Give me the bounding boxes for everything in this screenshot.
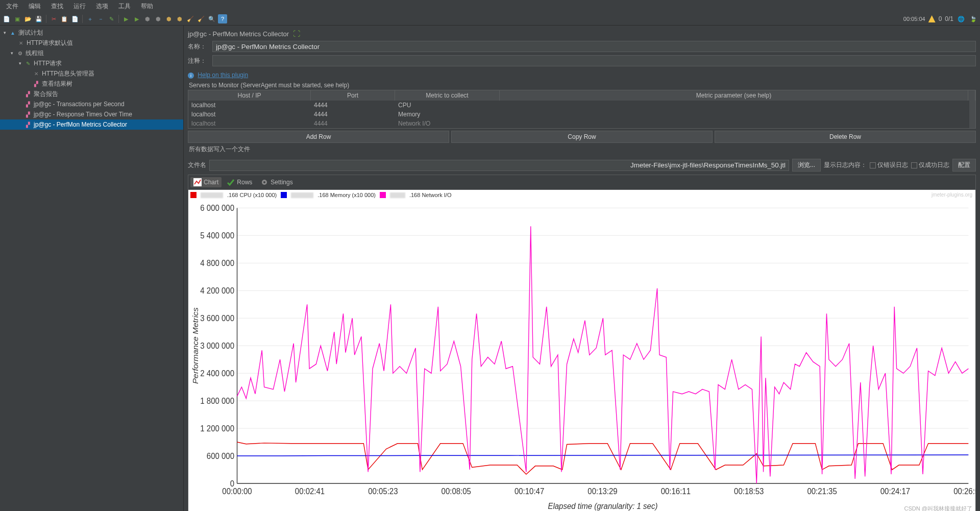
run-status-icon: 🍃 bbox=[969, 14, 978, 23]
globe-icon[interactable]: 🌐 bbox=[957, 14, 966, 23]
function-helper-icon[interactable]: 🔍 bbox=[207, 14, 216, 23]
filename-label: 文件名 bbox=[188, 161, 206, 169]
writefile-label: 所有数据写入一个文件 bbox=[189, 145, 976, 154]
name-label: 名称： bbox=[188, 42, 208, 51]
svg-text:00:02:41: 00:02:41 bbox=[295, 486, 325, 496]
table-row[interactable]: localhost 4444 Memory bbox=[188, 110, 975, 119]
delete-row-button[interactable]: Delete Row bbox=[715, 131, 976, 143]
col-metric[interactable]: Metric to collect bbox=[395, 90, 500, 101]
tab-settings[interactable]: Settings bbox=[257, 177, 296, 187]
tree-label: jp@gc - PerfMon Metrics Collector bbox=[34, 121, 127, 128]
collapse-icon[interactable]: ▾ bbox=[2, 30, 7, 35]
menu-file[interactable]: 文件 bbox=[3, 1, 21, 12]
tree-tps[interactable]: ▞ jp@gc - Transactions per Second bbox=[0, 99, 183, 109]
clear-all-icon[interactable]: 🧹 bbox=[197, 14, 206, 23]
results-icon: ▞ bbox=[33, 80, 40, 87]
tab-rows[interactable]: Rows bbox=[224, 177, 255, 187]
paste-icon[interactable]: 📄 bbox=[70, 14, 80, 23]
comment-label: 注释： bbox=[188, 57, 208, 65]
svg-text:600 000: 600 000 bbox=[207, 451, 235, 460]
start-no-timers-icon[interactable]: ▶ bbox=[132, 14, 141, 23]
tree-header-manager[interactable]: ✕ HTTP信息头管理器 bbox=[0, 68, 183, 79]
legend-swatch bbox=[380, 192, 386, 198]
svg-text:00:16:11: 00:16:11 bbox=[661, 486, 691, 496]
menu-search[interactable]: 查找 bbox=[48, 1, 66, 12]
errors-only-checkbox[interactable]: 仅错误日志 bbox=[870, 161, 908, 169]
tree-thread-group[interactable]: ▾ ⚙ 线程组 bbox=[0, 48, 183, 58]
clear-icon[interactable]: 🧹 bbox=[186, 14, 195, 23]
tree-root[interactable]: ▾ ▲ 测试计划 bbox=[0, 28, 183, 38]
browse-button[interactable]: 浏览... bbox=[792, 159, 821, 172]
save-icon[interactable]: 💾 bbox=[34, 14, 43, 23]
svg-text:00:10:47: 00:10:47 bbox=[514, 486, 544, 496]
svg-text:00:24:17: 00:24:17 bbox=[880, 486, 910, 496]
tree-label: HTTP信息头管理器 bbox=[42, 69, 94, 78]
success-only-checkbox[interactable]: 仅成功日志 bbox=[911, 161, 949, 169]
copy-icon[interactable]: 📋 bbox=[60, 14, 69, 23]
separator bbox=[82, 15, 83, 23]
name-input[interactable] bbox=[212, 41, 976, 52]
add-icon[interactable]: ＋ bbox=[85, 14, 94, 23]
help-link[interactable]: Help on this plugin bbox=[198, 71, 248, 79]
menu-tools[interactable]: 工具 bbox=[115, 1, 134, 12]
test-plan-tree[interactable]: ▾ ▲ 测试计划 ✕ HTTP请求默认值 ▾ ⚙ 线程组 ▾ ✎ HTTP请求 … bbox=[0, 26, 184, 511]
expand-icon[interactable]: ⛶ bbox=[293, 30, 300, 38]
collapse-icon[interactable]: ▾ bbox=[17, 61, 22, 66]
filename-input[interactable] bbox=[209, 160, 789, 171]
tree-perfmon[interactable]: ▞ jp@gc - PerfMon Metrics Collector bbox=[0, 119, 183, 130]
remote-start-icon[interactable]: ⬢ bbox=[164, 14, 174, 23]
col-port[interactable]: Port bbox=[311, 90, 395, 101]
add-row-button[interactable]: Add Row bbox=[188, 131, 449, 143]
shutdown-icon[interactable]: ⬢ bbox=[154, 14, 163, 23]
copy-row-button[interactable]: Copy Row bbox=[451, 131, 713, 143]
chart-icon: ▞ bbox=[24, 101, 32, 108]
col-host[interactable]: Host / IP bbox=[188, 90, 311, 101]
stop-icon[interactable]: ⬢ bbox=[143, 14, 152, 23]
thread-count: 0/1 bbox=[945, 15, 953, 22]
col-param[interactable]: Metric parameter (see help) bbox=[500, 90, 968, 101]
help-icon[interactable]: ? bbox=[218, 14, 227, 23]
tree-http-request[interactable]: ▾ ✎ HTTP请求 bbox=[0, 58, 183, 68]
tree-http-defaults[interactable]: ✕ HTTP请求默认值 bbox=[0, 38, 183, 48]
table-row[interactable]: localhost 4444 CPU bbox=[188, 101, 975, 110]
csdn-watermark: CSDN @叫我林接接就好了 bbox=[904, 505, 972, 511]
remote-stop-icon[interactable]: ⬢ bbox=[175, 14, 184, 23]
warning-icon[interactable] bbox=[928, 15, 936, 22]
tab-chart[interactable]: Chart bbox=[190, 177, 222, 187]
menu-edit[interactable]: 编辑 bbox=[26, 1, 44, 12]
tree-label: 查看结果树 bbox=[42, 80, 72, 88]
table-row[interactable]: localhost 4444 Network I/O bbox=[188, 119, 975, 128]
chart-area[interactable]: .168 CPU (x10 000) .168 Memory (x10 000)… bbox=[188, 189, 976, 511]
chart-svg: 0600 0001 200 0001 800 0002 400 0003 000… bbox=[188, 190, 975, 511]
svg-text:00:05:23: 00:05:23 bbox=[368, 486, 398, 496]
configure-button[interactable]: 配置 bbox=[952, 159, 976, 172]
gear-icon: ⚙ bbox=[16, 50, 23, 57]
info-icon: i bbox=[188, 72, 194, 79]
tree-response-times[interactable]: ▞ jp@gc - Response Times Over Time bbox=[0, 109, 183, 119]
tree-view-results[interactable]: ▞ 查看结果树 bbox=[0, 79, 183, 89]
start-icon[interactable]: ▶ bbox=[121, 14, 131, 23]
tree-label: HTTP请求默认值 bbox=[27, 39, 73, 47]
menu-help[interactable]: 帮助 bbox=[138, 1, 156, 12]
svg-text:00:08:05: 00:08:05 bbox=[442, 486, 472, 496]
templates-icon[interactable]: ▣ bbox=[13, 14, 22, 23]
open-icon[interactable]: 📂 bbox=[23, 14, 33, 23]
comment-input[interactable] bbox=[212, 55, 976, 66]
servers-table: Host / IP Port Metric to collect Metric … bbox=[188, 90, 976, 129]
pencil-icon: ✎ bbox=[24, 60, 32, 67]
tree-aggregate-report[interactable]: ▞ 聚合报告 bbox=[0, 89, 183, 99]
tree-label: jp@gc - Response Times Over Time bbox=[34, 111, 132, 118]
new-icon[interactable]: 📄 bbox=[2, 14, 11, 23]
separator bbox=[46, 15, 46, 23]
flask-icon: ▲ bbox=[9, 29, 16, 36]
table-scrollbar[interactable] bbox=[969, 101, 975, 128]
svg-text:3 600 000: 3 600 000 bbox=[200, 314, 234, 323]
menu-run[interactable]: 运行 bbox=[70, 1, 89, 12]
cut-icon[interactable]: ✂ bbox=[49, 14, 58, 23]
remove-icon[interactable]: － bbox=[96, 14, 105, 23]
collapse-icon[interactable]: ▾ bbox=[9, 51, 14, 56]
svg-text:3 000 000: 3 000 000 bbox=[200, 342, 234, 351]
menu-options[interactable]: 选项 bbox=[93, 1, 111, 12]
log-show-label: 显示日志内容： bbox=[824, 161, 867, 169]
toggle-icon[interactable]: ✎ bbox=[107, 14, 116, 23]
